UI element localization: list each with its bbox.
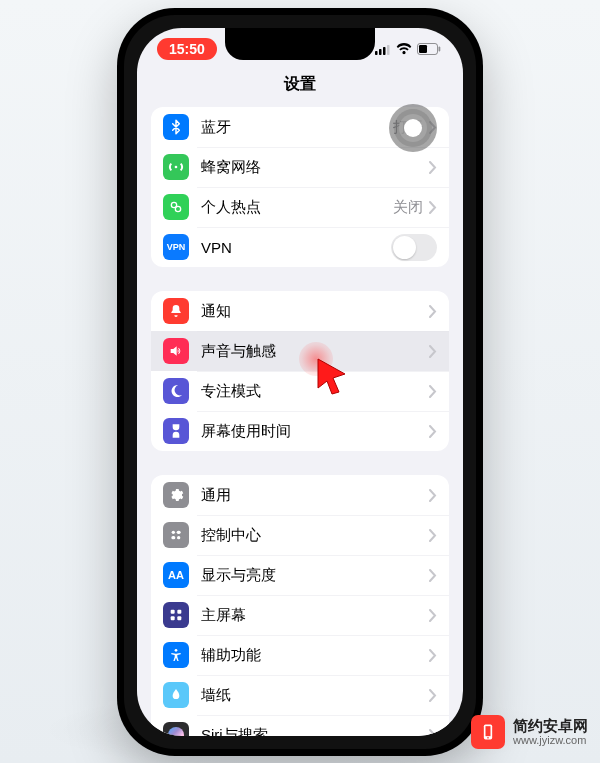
vpn-icon: VPN xyxy=(163,234,189,260)
svg-point-9 xyxy=(172,531,175,534)
display-icon: AA xyxy=(163,562,189,588)
svg-rect-6 xyxy=(439,47,441,52)
row-notifications[interactable]: 通知 xyxy=(151,291,449,331)
row-controlcenter[interactable]: 控制中心 xyxy=(151,515,449,555)
page-title: 设置 xyxy=(137,70,463,107)
row-wallpaper[interactable]: 墙纸 xyxy=(151,675,449,715)
chevron-right-icon xyxy=(429,609,437,622)
phone-bezel: 15:50 设置 xyxy=(124,15,476,749)
settings-group-alerts: 通知 声音与触感 专注模式 xyxy=(151,291,449,451)
phone-screen: 15:50 设置 xyxy=(137,28,463,736)
controlcenter-icon xyxy=(163,522,189,548)
chevron-right-icon xyxy=(429,201,437,214)
chevron-right-icon xyxy=(429,649,437,662)
watermark: 简约安卓网 www.jyizw.com xyxy=(471,715,588,749)
notifications-icon xyxy=(163,298,189,324)
general-icon xyxy=(163,482,189,508)
siri-icon xyxy=(163,722,189,736)
status-right xyxy=(375,43,441,55)
row-label: 声音与触感 xyxy=(201,342,429,361)
battery-icon xyxy=(417,43,441,55)
chevron-right-icon xyxy=(429,385,437,398)
homescreen-icon xyxy=(163,602,189,628)
chevron-right-icon xyxy=(429,425,437,438)
svg-rect-10 xyxy=(177,531,181,534)
row-hotspot[interactable]: 个人热点 关闭 xyxy=(151,187,449,227)
row-cellular[interactable]: 蜂窝网络 xyxy=(151,147,449,187)
watermark-title: 简约安卓网 xyxy=(513,718,588,735)
row-label: 屏幕使用时间 xyxy=(201,422,429,441)
svg-point-12 xyxy=(177,536,180,539)
row-value: 关闭 xyxy=(393,198,423,217)
svg-point-17 xyxy=(175,649,178,652)
chevron-right-icon xyxy=(429,161,437,174)
svg-rect-2 xyxy=(383,47,386,55)
chevron-right-icon xyxy=(429,729,437,737)
row-label: 墙纸 xyxy=(201,686,429,705)
svg-rect-11 xyxy=(171,536,175,539)
settings-group-general: 通用 控制中心 AA 显示与亮度 xyxy=(151,475,449,736)
row-focus[interactable]: 专注模式 xyxy=(151,371,449,411)
row-label: 蜂窝网络 xyxy=(201,158,429,177)
svg-rect-0 xyxy=(375,51,378,55)
row-label: 主屏幕 xyxy=(201,606,429,625)
row-accessibility[interactable]: 辅助功能 xyxy=(151,635,449,675)
row-label: 显示与亮度 xyxy=(201,566,429,585)
row-label: 通知 xyxy=(201,302,429,321)
row-screentime[interactable]: 屏幕使用时间 xyxy=(151,411,449,451)
assistive-touch-button[interactable] xyxy=(389,104,437,152)
screentime-icon xyxy=(163,418,189,444)
row-label: 专注模式 xyxy=(201,382,429,401)
row-label: 辅助功能 xyxy=(201,646,429,665)
chevron-right-icon xyxy=(429,345,437,358)
row-label: 控制中心 xyxy=(201,526,429,545)
chevron-right-icon xyxy=(429,305,437,318)
row-label: 通用 xyxy=(201,486,429,505)
row-homescreen[interactable]: 主屏幕 xyxy=(151,595,449,635)
row-general[interactable]: 通用 xyxy=(151,475,449,515)
svg-rect-15 xyxy=(171,616,175,620)
svg-rect-16 xyxy=(177,616,181,620)
bluetooth-icon xyxy=(163,114,189,140)
svg-rect-14 xyxy=(177,610,181,614)
phone-frame: 15:50 设置 xyxy=(117,8,483,756)
row-label: VPN xyxy=(201,239,391,256)
row-label: Siri与搜索 xyxy=(201,726,429,737)
chevron-right-icon xyxy=(429,689,437,702)
svg-rect-19 xyxy=(486,726,491,736)
chevron-right-icon xyxy=(429,489,437,502)
status-time: 15:50 xyxy=(157,38,217,60)
row-label: 蓝牙 xyxy=(201,118,393,137)
row-siri[interactable]: Siri与搜索 xyxy=(151,715,449,736)
row-vpn[interactable]: VPN VPN xyxy=(151,227,449,267)
svg-point-20 xyxy=(487,737,489,739)
svg-rect-13 xyxy=(171,610,175,614)
watermark-logo-icon xyxy=(471,715,505,749)
row-label: 个人热点 xyxy=(201,198,393,217)
cellular-icon xyxy=(163,154,189,180)
svg-rect-1 xyxy=(379,49,382,55)
svg-rect-5 xyxy=(419,45,427,53)
wifi-icon xyxy=(396,43,412,55)
sounds-icon xyxy=(163,338,189,364)
focus-icon xyxy=(163,378,189,404)
chevron-right-icon xyxy=(429,569,437,582)
cellular-signal-icon xyxy=(375,44,391,55)
hotspot-icon xyxy=(163,194,189,220)
wallpaper-icon xyxy=(163,682,189,708)
notch xyxy=(225,28,375,60)
accessibility-icon xyxy=(163,642,189,668)
settings-content: 蓝牙 打开 蜂窝网络 个 xyxy=(137,107,463,736)
row-display[interactable]: AA 显示与亮度 xyxy=(151,555,449,595)
svg-rect-3 xyxy=(387,45,390,55)
watermark-url: www.jyizw.com xyxy=(513,734,588,746)
chevron-right-icon xyxy=(429,529,437,542)
row-sounds[interactable]: 声音与触感 xyxy=(151,331,449,371)
vpn-toggle[interactable] xyxy=(391,234,437,261)
